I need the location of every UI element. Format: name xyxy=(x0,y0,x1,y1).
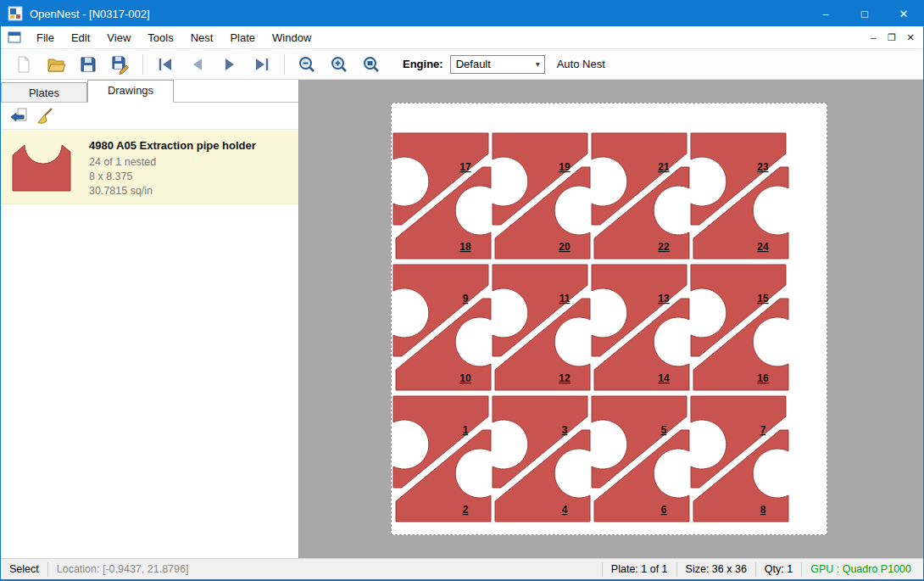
broom-icon xyxy=(34,106,54,126)
zoom-out-button[interactable] xyxy=(291,51,323,78)
open-folder-icon xyxy=(46,54,66,75)
next-arrow-icon xyxy=(220,54,240,75)
drawing-nested-count: 24 of 1 nested xyxy=(89,155,256,170)
next-plate-button[interactable] xyxy=(214,51,246,78)
statusbar: Select Location: [-0.9437, 21.8796] Plat… xyxy=(1,558,923,579)
part-number-label: 6 xyxy=(661,504,667,516)
nested-pair: 1718 xyxy=(393,133,491,259)
part-number-label: 15 xyxy=(757,293,769,304)
nested-pair: 2122 xyxy=(592,133,689,259)
part-number-label: 14 xyxy=(658,372,670,384)
nested-pair: 1314 xyxy=(592,265,689,390)
main-toolbar: Engine: Default ▾ Auto Nest xyxy=(1,49,923,80)
engine-select[interactable]: Default ▾ xyxy=(450,55,545,74)
first-arrow-icon xyxy=(155,54,175,75)
nested-pair: 2324 xyxy=(691,133,788,259)
close-button[interactable]: ✕ xyxy=(884,1,923,26)
last-arrow-icon xyxy=(252,54,272,75)
previous-plate-button[interactable] xyxy=(181,51,214,78)
part-number-label: 18 xyxy=(459,241,471,253)
document-window-icon xyxy=(8,31,21,44)
menu-item-view[interactable]: View xyxy=(98,28,139,47)
status-qty: Qty: 1 xyxy=(756,563,801,575)
nested-pair: 78 xyxy=(691,396,788,522)
part-number-label: 7 xyxy=(760,424,766,436)
menu-item-tools[interactable]: Tools xyxy=(139,28,181,47)
zoom-fit-button[interactable] xyxy=(355,51,387,78)
part-number-label: 16 xyxy=(757,372,769,384)
toolbar-separator xyxy=(284,54,285,75)
menu-item-file[interactable]: File xyxy=(28,28,63,47)
mdi-restore-button[interactable]: ❐ xyxy=(882,29,901,46)
save-edit-icon xyxy=(110,54,131,75)
menu-item-nest[interactable]: Nest xyxy=(182,28,222,47)
zoom-in-icon xyxy=(329,54,349,75)
part-number-label: 10 xyxy=(459,372,471,384)
previous-arrow-icon xyxy=(187,54,208,75)
open-button[interactable] xyxy=(40,51,72,78)
new-button[interactable] xyxy=(8,51,40,78)
nested-pair: 12 xyxy=(393,396,491,522)
save-button[interactable] xyxy=(72,51,104,78)
zoom-out-icon xyxy=(297,54,317,75)
part-number-label: 2 xyxy=(463,504,469,516)
save-as-button[interactable] xyxy=(104,51,136,78)
status-gpu: GPU : Quadro P1000 xyxy=(802,563,923,575)
nest-layout: 171819202122232491011121314151612345678 xyxy=(392,103,827,534)
plate[interactable]: 171819202122232491011121314151612345678 xyxy=(391,103,827,535)
part-number-label: 3 xyxy=(562,424,568,436)
status-plate-size: Size: 36 x 36 xyxy=(677,563,755,575)
part-number-label: 19 xyxy=(559,161,571,173)
titlebar: OpenNest - [N0317-002] – □ ✕ xyxy=(1,1,923,26)
tab-drawings[interactable]: Drawings xyxy=(87,80,174,103)
nest-canvas[interactable]: 171819202122232491011121314151612345678 xyxy=(299,80,923,558)
drawing-area: 30.7815 sq/in xyxy=(89,184,256,198)
clear-drawings-button[interactable] xyxy=(31,104,57,128)
part-number-label: 11 xyxy=(559,293,571,304)
part-number-label: 17 xyxy=(459,161,471,173)
status-plate-count: Plate: 1 of 1 xyxy=(603,563,676,575)
part-number-label: 13 xyxy=(658,293,670,304)
sidebar-tabstrip: Plates Drawings xyxy=(1,80,298,103)
chevron-down-icon: ▾ xyxy=(536,59,540,69)
part-number-label: 24 xyxy=(757,241,769,253)
last-plate-button[interactable] xyxy=(246,51,278,78)
nested-pair: 56 xyxy=(592,396,689,522)
part-thumbnail xyxy=(6,136,77,198)
drawing-list-item[interactable]: 4980 A05 Extraction pipe holder 24 of 1 … xyxy=(1,130,298,204)
app-icon xyxy=(8,6,23,21)
part-number-label: 8 xyxy=(760,504,766,516)
drawings-toolbar xyxy=(1,103,298,130)
mdi-close-button[interactable]: ✕ xyxy=(901,29,920,46)
return-part-icon xyxy=(8,106,29,126)
zoom-in-button[interactable] xyxy=(323,51,355,78)
nested-pair: 1112 xyxy=(493,265,590,390)
minimize-button[interactable]: – xyxy=(806,1,845,26)
opennest-window: OpenNest - [N0317-002] – □ ✕ File Edit V… xyxy=(0,0,924,581)
part-number-label: 21 xyxy=(658,161,670,173)
part-number-label: 20 xyxy=(559,241,571,253)
maximize-button[interactable]: □ xyxy=(845,1,884,26)
nested-pair: 1516 xyxy=(691,265,788,390)
new-document-icon xyxy=(14,54,34,75)
menu-item-window[interactable]: Window xyxy=(264,28,320,47)
status-location: Location: [-0.9437, 21.8796] xyxy=(48,563,198,575)
menu-item-edit[interactable]: Edit xyxy=(63,28,98,47)
nested-pair: 34 xyxy=(493,396,590,522)
part-shape-icon xyxy=(11,142,72,193)
auto-nest-menu[interactable]: Auto Nest xyxy=(557,58,605,70)
status-mode: Select xyxy=(1,563,47,575)
return-part-button[interactable] xyxy=(6,104,31,128)
save-floppy-icon xyxy=(78,54,98,75)
nested-pair: 1920 xyxy=(493,133,590,259)
first-plate-button[interactable] xyxy=(149,51,181,78)
drawing-title: 4980 A05 Extraction pipe holder xyxy=(89,139,256,152)
tab-plates[interactable]: Plates xyxy=(1,82,87,102)
toolbar-separator xyxy=(142,54,143,75)
menu-item-plate[interactable]: Plate xyxy=(221,28,264,47)
menubar: File Edit View Tools Nest Plate Window –… xyxy=(1,26,923,49)
mdi-window-controls: – ❐ ✕ xyxy=(864,29,923,46)
mdi-minimize-button[interactable]: – xyxy=(864,29,882,46)
part-number-label: 22 xyxy=(658,241,670,253)
drawing-info: 4980 A05 Extraction pipe holder 24 of 1 … xyxy=(77,136,256,198)
